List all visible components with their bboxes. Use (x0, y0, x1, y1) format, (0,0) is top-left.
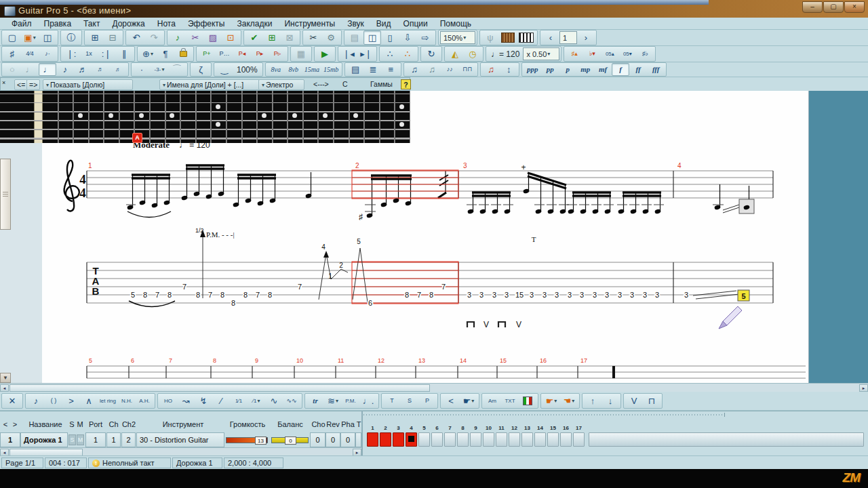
ghost-note-button[interactable]: ( ) (45, 394, 62, 408)
fretboard-show-select[interactable]: ▾ Показать [Долю] (43, 79, 133, 90)
strum-up-hand-button[interactable]: ☚▾ (560, 394, 578, 408)
eighth-note-button[interactable]: ♪ (56, 63, 74, 76)
fretboard-close-button[interactable]: × (2, 78, 5, 87)
transpose-flat-down-button[interactable]: ♭▾ (583, 47, 601, 61)
shift-down-button[interactable]: ↓ (601, 394, 619, 408)
print-button[interactable]: ⊟ (104, 30, 121, 45)
fretboard-help-button[interactable]: ? (401, 79, 411, 89)
wide-vibrato-button[interactable]: ∿∿ (283, 394, 300, 408)
measure-cell-8[interactable] (457, 432, 469, 447)
brush-button[interactable]: ☛▾ (460, 394, 477, 408)
measure-cell-6[interactable] (431, 432, 443, 447)
prev-page-button[interactable]: ‹ (542, 30, 559, 45)
note-map-button[interactable]: ♪· (39, 47, 56, 61)
fretboard-view-button[interactable] (499, 30, 517, 45)
slide-shift-button[interactable]: ∕1▾ (248, 394, 265, 408)
page-layout-button[interactable]: ◫ (363, 30, 381, 45)
scroll-left-button[interactable]: ◂ (0, 384, 9, 392)
menu-помощь[interactable]: Помощь (434, 19, 477, 28)
tie-button[interactable]: ⁀ (168, 63, 186, 76)
menu-дорожка[interactable]: Дорожка (106, 19, 151, 28)
menu-такт[interactable]: Такт (77, 19, 106, 28)
measure-cell-14[interactable] (534, 432, 546, 447)
accent-button[interactable]: > (62, 394, 80, 408)
palm-mute-button[interactable]: P.M. (342, 394, 359, 408)
staff-sparse-button[interactable]: ≡ (382, 63, 399, 76)
metronome-button[interactable]: ◭ (446, 47, 464, 61)
track-name[interactable]: Дорожка 1 (20, 432, 68, 447)
last-measure-button[interactable]: ▸❘ (357, 47, 375, 61)
dead-note-button[interactable]: ✕ (3, 394, 21, 408)
rest-button[interactable]: ζ (192, 63, 210, 76)
play-button[interactable]: ▶ (316, 47, 334, 61)
octave-8vb-button[interactable]: 8vb (285, 63, 302, 76)
fade-in-button[interactable]: < (442, 394, 460, 408)
marker-goto-button[interactable]: P▸ (251, 47, 269, 61)
staccato-button[interactable]: ♩. (359, 394, 377, 408)
track-next-button[interactable]: > (11, 418, 19, 430)
cut-object-button[interactable]: ✂ (304, 30, 322, 45)
octave-15ma-button[interactable]: 15ma (302, 63, 321, 76)
menu-закладки[interactable]: Закладки (231, 19, 278, 28)
shift-up-button[interactable]: ↑ (584, 394, 601, 408)
artificial-harmonic-button[interactable]: A.H. (136, 394, 153, 408)
cut-beat-button[interactable]: ✂ (186, 30, 204, 45)
measure-cell-13[interactable] (521, 432, 533, 447)
tempo-multiplier-select[interactable]: x 0.50▾ (523, 47, 559, 60)
slide-in-button[interactable]: ∕ (212, 394, 230, 408)
loop-button[interactable]: ↻ (422, 47, 440, 61)
tuplet-button[interactable]: -3-▾ (151, 63, 168, 76)
transpose-sharp-up-button[interactable]: ♯▴ (566, 47, 583, 61)
track-prev-button[interactable]: < (1, 418, 9, 430)
fit-height-button[interactable]: ⇩ (399, 30, 416, 45)
balance-slider[interactable]: 0 (271, 437, 309, 443)
menu-вид[interactable]: Вид (370, 19, 397, 28)
let-ring-button[interactable]: let ring (98, 394, 118, 408)
copy-beat-button[interactable]: ▨ (204, 30, 222, 45)
measure-cell-1[interactable] (367, 432, 378, 447)
track-port[interactable]: 1 (85, 432, 106, 447)
scroll-right-button[interactable]: ▸ (859, 384, 868, 392)
new-file-button[interactable]: ▢ (3, 30, 21, 45)
fretboard-names-select[interactable]: ▾ Имена для [Доли] + [...] (159, 79, 260, 90)
quarter-note-button[interactable]: ♩ (39, 63, 56, 76)
keyboard-view-button[interactable] (517, 30, 536, 45)
measure-cell-15[interactable] (547, 432, 559, 447)
measure-cell-3[interactable] (393, 432, 404, 447)
mute-button[interactable]: M (77, 434, 84, 445)
heavy-accent-button[interactable]: ∧ (80, 394, 98, 408)
key-signature-button[interactable]: ♯ (3, 47, 21, 61)
measure-cell-11[interactable] (496, 432, 507, 447)
trill-button[interactable]: tr (307, 394, 324, 408)
dynamic-ff-button[interactable]: ff (629, 63, 647, 76)
stem-auto-button[interactable]: ♫ (482, 63, 500, 76)
check-duration-button[interactable]: ✔ (245, 30, 263, 45)
fretboard-display[interactable]: A (0, 91, 410, 143)
whole-note-button[interactable]: ○ (3, 63, 21, 76)
measure-cell-10[interactable] (483, 432, 494, 447)
insert-measure-button[interactable]: ⊞ (263, 30, 281, 45)
bend-button[interactable]: ↝ (177, 394, 195, 408)
measure-cell-12[interactable] (509, 432, 520, 447)
slur-button[interactable]: ‿ (216, 63, 233, 76)
alternate-ending-button[interactable]: 1x (80, 47, 98, 61)
beam-join-button[interactable]: ♫ (423, 63, 441, 76)
staff-medium-button[interactable]: ≣ (364, 63, 382, 76)
enharmonic-button[interactable]: ♯♭ (636, 47, 654, 61)
measure-cell-17[interactable] (573, 432, 585, 447)
tempo-multiplier-select-dropdown[interactable]: ▾ (547, 51, 550, 57)
fretboard-next-button[interactable]: => (26, 79, 40, 90)
open-file-button[interactable]: ▣▾ (21, 30, 39, 45)
dynamic-p-button[interactable]: p (559, 63, 576, 76)
popping-button[interactable]: P (418, 394, 436, 408)
tapping-effect-button[interactable]: ↯ (195, 394, 212, 408)
downstroke-button[interactable]: ⊓ (643, 394, 660, 408)
time-signature-button[interactable]: 4∕4 (21, 47, 39, 61)
strum-down-hand-button[interactable]: ☛▾ (542, 394, 560, 408)
scroll-down-button[interactable]: ▼ (0, 373, 11, 383)
tapping-button[interactable]: T (383, 394, 401, 408)
zoom-select-dropdown[interactable]: ▾ (463, 35, 466, 41)
slapping-button[interactable]: S (401, 394, 418, 408)
beam-auto-button[interactable]: ♫ (406, 63, 423, 76)
sixteenth-note-button[interactable]: ♬ (74, 63, 92, 76)
